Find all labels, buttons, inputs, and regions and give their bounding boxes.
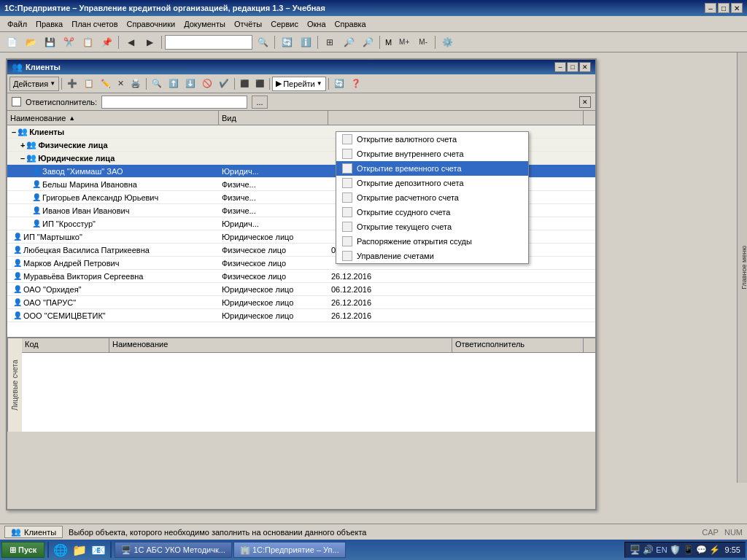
client-toolbar: Действия ▼ ➕ 📋 ✏️ ✕ 🖨️ 🔍 ⬆️ ⬇️ 🚫 ✔️ ⬛ ⬛ …	[7, 74, 595, 93]
col-name[interactable]: Наименование ▲	[7, 111, 219, 125]
win-tb-check[interactable]: ✔️	[216, 77, 232, 91]
bottom-col-name[interactable]: Наименование	[109, 338, 452, 352]
tb-refresh[interactable]: 🔄	[278, 34, 295, 50]
person-icon: 👤	[32, 206, 41, 214]
tray-icon-network[interactable]: 🖥️	[630, 545, 640, 555]
menu-item-valyutny[interactable]: Открытие валютного счета	[336, 132, 528, 147]
taskbar-item-abs[interactable]: 🖥️ 1С АБС УКО Методичк...	[115, 542, 232, 558]
tb-paste[interactable]: 📌	[98, 34, 115, 50]
menu-item-vremenny[interactable]: Открытие временного счета	[336, 161, 528, 176]
tray-icon-security[interactable]: 🛡️	[670, 545, 681, 555]
start-button[interactable]: ⊞ Пуск	[1, 542, 44, 558]
tb-copy[interactable]: 📋	[79, 34, 96, 50]
menu-item-raschetny[interactable]: Открытие расчетного счета	[336, 190, 528, 205]
client-maximize-btn[interactable]: □	[567, 62, 578, 72]
menu-item-rasporyazhenie[interactable]: Распоряжение открытия ссуды	[336, 234, 528, 249]
bottom-col-resp[interactable]: Ответисполнитель	[452, 338, 584, 352]
menu-help[interactable]: Справка	[330, 18, 371, 30]
bottom-body[interactable]	[22, 353, 595, 432]
tb-forward[interactable]: ▶	[141, 34, 158, 50]
tb-search[interactable]: 🔍	[254, 34, 271, 50]
expand-icon[interactable]: +	[20, 141, 25, 149]
menu-item-tekuschy[interactable]: Открытие текущего счета	[336, 219, 528, 234]
tb-save[interactable]: 💾	[41, 34, 58, 50]
tray-icon-lang[interactable]: EN	[656, 545, 667, 554]
tb-zoom2[interactable]: 🔎	[359, 34, 376, 50]
resp-select-btn[interactable]: ...	[252, 96, 268, 109]
tray-icon-sound[interactable]: 🔊	[643, 545, 654, 555]
pereyti-dropdown[interactable]: ▶ Перейти ▼	[272, 77, 326, 91]
minimize-btn[interactable]: –	[705, 3, 716, 13]
tb-settings[interactable]: ⚙️	[438, 34, 456, 50]
tb-cut[interactable]: ✂️	[60, 34, 77, 50]
win-tb-extra2[interactable]: ⬛	[252, 77, 267, 91]
menu-item-upravlenie[interactable]: Управление счетами	[336, 249, 528, 263]
menu-windows[interactable]: Окна	[303, 18, 330, 30]
expand-icon[interactable]: –	[20, 154, 25, 163]
maximize-btn[interactable]: □	[718, 3, 729, 13]
tb-info[interactable]: ℹ️	[297, 34, 314, 50]
main-toolbar: 📄 📂 💾 ✂️ 📋 📌 ◀ ▶ 🔍 🔄 ℹ️ ⊞ 🔎 🔎 M M+ M- ⚙️	[0, 32, 747, 52]
col-date[interactable]	[328, 111, 584, 125]
taskbar-item-1c[interactable]: 🏢 1С:Предприятие – Уп...	[233, 542, 346, 558]
table-row[interactable]: 👤 ОАО "Орхидея" Юридическое лицо 06.12.2…	[7, 283, 595, 296]
win-tb-print[interactable]: 🖨️	[128, 77, 144, 91]
client-window-title: 👥 Клиенты	[12, 62, 61, 72]
col-vid[interactable]: Вид	[219, 111, 328, 125]
client-close-btn[interactable]: ✕	[579, 62, 591, 72]
tb-new[interactable]: 📄	[3, 34, 20, 50]
tray-icon-extra2[interactable]: 💬	[696, 545, 707, 555]
menu-documents[interactable]: Документы	[179, 18, 230, 30]
menu-service[interactable]: Сервис	[266, 18, 303, 30]
pereyti-icon: ▶	[276, 79, 282, 88]
tray-icon-extras[interactable]: 📱	[683, 545, 694, 555]
search-input[interactable]	[165, 35, 252, 50]
table-row[interactable]: 👤 ОАО "ПАРУС" Юридическое лицо 26.12.201…	[7, 296, 595, 309]
win-tb-copy[interactable]: 📋	[81, 77, 97, 91]
menu-chart-of-accounts[interactable]: План счетов	[67, 18, 122, 30]
menu-item-icon	[342, 149, 352, 159]
table-row[interactable]: 👤 Муравьёва Виктория Сергеевна Физическо…	[7, 270, 595, 283]
menu-references[interactable]: Справочники	[123, 18, 180, 30]
menu-item-ssudny[interactable]: Открытие ссудного счета	[336, 205, 528, 219]
resp-checkbox[interactable]	[12, 97, 21, 106]
tb-mminus[interactable]: M-	[414, 34, 432, 50]
client-minimize-btn[interactable]: –	[554, 62, 566, 72]
win-tb-add[interactable]: ➕	[64, 77, 80, 91]
close-btn[interactable]: ✕	[731, 3, 743, 13]
actions-dropdown-arrow: ▼	[50, 80, 55, 87]
table-row[interactable]: 👤 ООО "СЕМИЦВЕТИК" Юридическое лицо 26.1…	[7, 309, 595, 322]
win-tb-filter[interactable]: ⬆️	[166, 77, 182, 91]
menu-item-depozitny[interactable]: Открытие депозитного счета	[336, 176, 528, 190]
actions-dropdown[interactable]: Действия ▼	[9, 77, 59, 91]
tb-open[interactable]: 📂	[22, 34, 39, 50]
menu-file[interactable]: Файл	[3, 18, 31, 30]
taskbar-sep2	[110, 542, 112, 558]
tb-zoom[interactable]: 🔎	[340, 34, 357, 50]
win-tb-extra1[interactable]: ⬛	[237, 77, 252, 91]
win-tb-edit[interactable]: ✏️	[98, 77, 114, 91]
menu-reports[interactable]: Отчёты	[230, 18, 266, 30]
menu-item-icon	[342, 192, 352, 203]
menu-item-vnutrenny[interactable]: Открытие внутреннего счета	[336, 147, 528, 161]
expand-icon[interactable]: –	[12, 128, 16, 136]
tb-back[interactable]: ◀	[122, 34, 139, 50]
tb-mplus[interactable]: M+	[395, 34, 413, 50]
win-tb-search[interactable]: 🔍	[149, 77, 165, 91]
bottom-col-code[interactable]: Код	[22, 338, 109, 352]
right-panel[interactable]: Главное меню	[737, 52, 747, 483]
tray-icon-extra3[interactable]: ⚡	[709, 545, 720, 555]
taskbar-icon-email[interactable]: 📧	[90, 543, 107, 557]
win-tb-help[interactable]: ❓	[348, 77, 364, 91]
win-tb-sort[interactable]: ⬇️	[182, 77, 198, 91]
system-tray: 🖥️ 🔊 EN 🛡️ 📱 💬 ⚡ 9:55	[624, 542, 746, 558]
menu-edit[interactable]: Правка	[31, 18, 67, 30]
win-tb-delete[interactable]: ✕	[115, 77, 127, 91]
tb-grid[interactable]: ⊞	[321, 34, 338, 50]
resp-close-btn[interactable]: ✕	[579, 96, 591, 108]
taskbar-icon-ie[interactable]: 🌐	[52, 543, 69, 557]
taskbar-icon-folder[interactable]: 📁	[71, 543, 88, 557]
resp-input[interactable]	[101, 96, 247, 109]
win-tb-clear[interactable]: 🚫	[199, 77, 215, 91]
win-tb-refresh[interactable]: 🔄	[331, 77, 347, 91]
